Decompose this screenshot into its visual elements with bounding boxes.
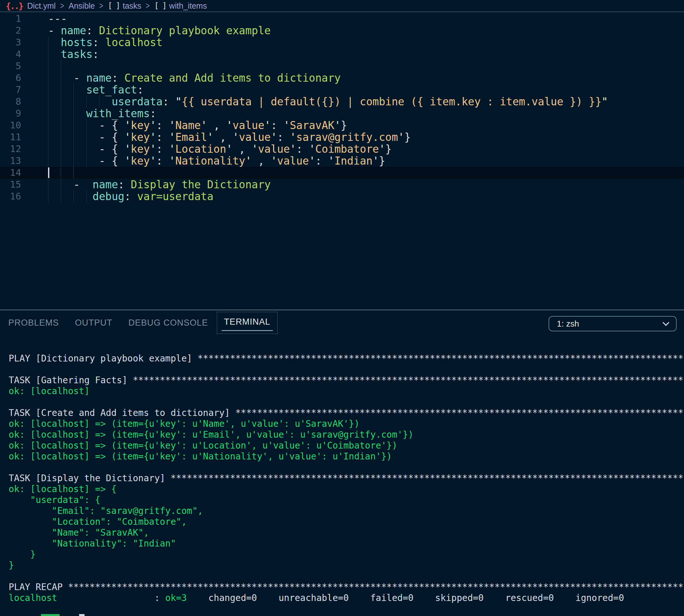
code-token: var=userdata [131,190,213,203]
terminal-token: "Location": "Coimbatore", [9,516,187,527]
editor-line-4[interactable]: 4 tasks: [0,48,684,60]
terminal-token: TASK [Display the Dictionary] **********… [9,473,684,483]
terminal-line [9,462,684,473]
bottom-panel: PROBLEMSOUTPUTDEBUG CONSOLETERMINAL 1: z… [0,310,684,603]
code-token: ' [150,143,156,155]
terminal-line: "Location": "Coimbatore", [9,516,684,527]
line-content [48,60,684,72]
editor-line-9[interactable]: 9 with_items: [0,108,684,119]
code-editor[interactable]: 1---2- name: Dictionary playbook example… [0,12,684,310]
breadcrumb-separator: > [99,1,103,10]
line-number[interactable]: 8 [0,96,48,108]
line-number[interactable]: 13 [0,155,48,167]
code-token: value [258,143,290,155]
code-token: : [137,84,144,96]
code-token: sarav@gritfy.com [296,131,398,144]
line-content: tasks: [48,48,684,60]
code-token: key [131,143,150,155]
tab-output[interactable]: OUTPUT [75,318,112,328]
code-token: SaravAK [290,119,334,132]
code-token: ' [201,119,207,132]
breadcrumb-item-Ansible[interactable]: Ansible [68,1,95,10]
indent-guide [48,48,48,60]
code-token: } [385,143,392,155]
line-number[interactable]: 16 [0,191,48,202]
code-token: ' [379,143,385,155]
code-token: : [124,190,131,203]
indent-guide [73,84,74,96]
code-token: Create and Add items to dictionary [118,72,341,84]
line-number[interactable]: 5 [0,60,48,72]
line-number[interactable]: 12 [0,143,48,155]
indent-guide [48,131,48,143]
breadcrumb-item-tasks[interactable]: [ ]tasks [108,1,141,10]
code-token: ' [169,143,175,155]
breadcrumb-separator: > [146,1,150,10]
editor-line-15[interactable]: 15 - name: Display the Dictionary [0,179,684,191]
code-token: value [233,119,264,132]
terminal-line [9,397,684,408]
indent-guide [73,167,74,179]
terminal-token: ok: [localhost] => { [9,484,116,494]
editor-line-5[interactable]: 5 [0,60,684,72]
code-token: : [163,95,175,108]
code-token: Coimbatore [315,143,379,155]
tab-debug-console[interactable]: DEBUG CONSOLE [128,318,208,328]
code-token: ' [309,155,315,167]
code-token: ' [290,131,296,144]
editor-line-14[interactable]: 14 [0,167,684,179]
code-token: name [86,72,111,84]
panel-tab-bar: PROBLEMSOUTPUTDEBUG CONSOLETERMINAL 1: z… [0,310,684,335]
code-token: ' [334,119,341,132]
line-number[interactable]: 11 [0,131,48,143]
code-token: ' [271,155,277,167]
tab-problems[interactable]: PROBLEMS [8,318,59,328]
code-token: : [271,119,283,132]
editor-line-16[interactable]: 16 debug: var=userdata [0,191,684,202]
indent-guide [61,131,61,143]
code-token: - [48,72,86,84]
indent-guide [61,108,61,119]
code-token: - [48,24,61,37]
indent-guide [48,119,48,131]
breadcrumb-item-with_items[interactable]: [ ]with_items [154,1,207,10]
terminal-selector[interactable]: 1: zsh [549,316,677,331]
code-token: } [404,131,411,144]
editor-line-6[interactable]: 6 - name: Create and Add items to dictio… [0,72,684,84]
code-token: --- [48,13,67,25]
editor-line-12[interactable]: 12 - { 'key': 'Location' , 'value': 'Coi… [0,143,684,155]
line-number[interactable]: 2 [0,25,48,37]
editor-line-2[interactable]: 2- name: Dictionary playbook example [0,25,684,37]
editor-line-10[interactable]: 10 - { 'key': 'Name' , 'value': 'SaravAK… [0,119,684,131]
line-number[interactable]: 15 [0,179,48,191]
editor-line-7[interactable]: 7 set_fact: [0,84,684,96]
line-number[interactable]: 9 [0,108,48,119]
editor-line-1[interactable]: 1--- [0,13,684,25]
code-token: } [341,119,347,132]
code-token: Name [175,119,200,132]
indent-guide [48,96,48,108]
line-number[interactable]: 6 [0,72,48,84]
editor-line-13[interactable]: 13 - { 'key': 'Nationality' , 'value': '… [0,155,684,167]
line-number[interactable]: 10 [0,119,48,131]
editor-line-3[interactable]: 3 hosts: localhost [0,37,684,48]
terminal-output[interactable]: PLAY [Dictionary playbook example] *****… [0,335,684,603]
editor-line-11[interactable]: 11 - { 'key': 'Email' , 'value': 'sarav@… [0,131,684,143]
line-content: - { 'key': 'Name' , 'value': 'SaravAK'} [48,119,684,131]
indent-guide [73,119,74,131]
line-content: - { 'key': 'Location' , 'value': 'Coimba… [48,143,684,155]
line-number[interactable]: 3 [0,37,48,48]
line-number[interactable]: 7 [0,84,48,96]
terminal-token: ok: [localhost] => (item={u'key': u'Loca… [9,440,397,451]
tab-terminal[interactable]: TERMINAL [217,312,278,334]
code-token: ' [169,155,175,167]
line-number[interactable]: 14 [0,167,48,179]
line-number[interactable]: 4 [0,48,48,60]
terminal-token: PLAY RECAP *****************************… [9,582,684,592]
code-token: ' [265,119,271,132]
breadcrumb-item-Dict.yml[interactable]: Dict.yml [27,1,56,10]
line-number[interactable]: 1 [0,13,48,25]
editor-line-8[interactable]: 8 userdata: "{{ userdata | default({}) |… [0,96,684,108]
code-token: - [48,178,92,191]
breadcrumb-label: with_items [169,1,207,10]
